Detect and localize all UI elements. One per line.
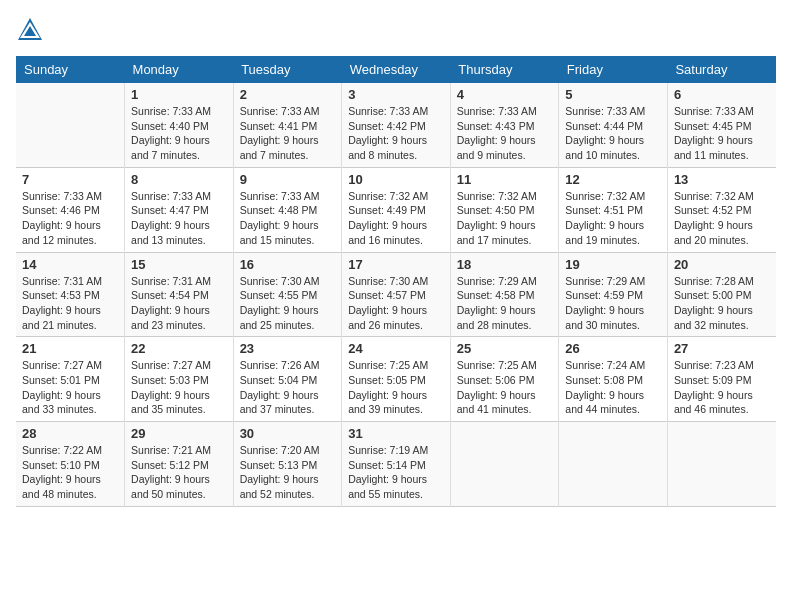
- calendar-cell: 30Sunrise: 7:20 AMSunset: 5:13 PMDayligh…: [233, 422, 342, 507]
- day-detail: Sunrise: 7:25 AMSunset: 5:05 PMDaylight:…: [348, 358, 444, 417]
- day-detail: Sunrise: 7:22 AMSunset: 5:10 PMDaylight:…: [22, 443, 118, 502]
- calendar-cell: 22Sunrise: 7:27 AMSunset: 5:03 PMDayligh…: [125, 337, 234, 422]
- calendar-cell: 5Sunrise: 7:33 AMSunset: 4:44 PMDaylight…: [559, 83, 668, 167]
- day-detail: Sunrise: 7:30 AMSunset: 4:55 PMDaylight:…: [240, 274, 336, 333]
- day-number: 26: [565, 341, 661, 356]
- day-detail: Sunrise: 7:33 AMSunset: 4:48 PMDaylight:…: [240, 189, 336, 248]
- calendar-cell: 1Sunrise: 7:33 AMSunset: 4:40 PMDaylight…: [125, 83, 234, 167]
- day-detail: Sunrise: 7:33 AMSunset: 4:45 PMDaylight:…: [674, 104, 770, 163]
- day-detail: Sunrise: 7:25 AMSunset: 5:06 PMDaylight:…: [457, 358, 553, 417]
- day-number: 21: [22, 341, 118, 356]
- calendar-cell: 9Sunrise: 7:33 AMSunset: 4:48 PMDaylight…: [233, 167, 342, 252]
- calendar-cell: 4Sunrise: 7:33 AMSunset: 4:43 PMDaylight…: [450, 83, 559, 167]
- day-detail: Sunrise: 7:33 AMSunset: 4:44 PMDaylight:…: [565, 104, 661, 163]
- calendar-cell: 11Sunrise: 7:32 AMSunset: 4:50 PMDayligh…: [450, 167, 559, 252]
- day-detail: Sunrise: 7:33 AMSunset: 4:46 PMDaylight:…: [22, 189, 118, 248]
- day-number: 5: [565, 87, 661, 102]
- day-detail: Sunrise: 7:32 AMSunset: 4:52 PMDaylight:…: [674, 189, 770, 248]
- calendar-cell: 26Sunrise: 7:24 AMSunset: 5:08 PMDayligh…: [559, 337, 668, 422]
- calendar-cell: 27Sunrise: 7:23 AMSunset: 5:09 PMDayligh…: [667, 337, 776, 422]
- day-number: 14: [22, 257, 118, 272]
- day-detail: Sunrise: 7:33 AMSunset: 4:40 PMDaylight:…: [131, 104, 227, 163]
- day-number: 28: [22, 426, 118, 441]
- calendar-table: SundayMondayTuesdayWednesdayThursdayFrid…: [16, 56, 776, 507]
- calendar-cell: [450, 422, 559, 507]
- day-number: 22: [131, 341, 227, 356]
- week-row-3: 21Sunrise: 7:27 AMSunset: 5:01 PMDayligh…: [16, 337, 776, 422]
- week-row-4: 28Sunrise: 7:22 AMSunset: 5:10 PMDayligh…: [16, 422, 776, 507]
- day-detail: Sunrise: 7:32 AMSunset: 4:51 PMDaylight:…: [565, 189, 661, 248]
- calendar-cell: 23Sunrise: 7:26 AMSunset: 5:04 PMDayligh…: [233, 337, 342, 422]
- calendar-cell: [667, 422, 776, 507]
- day-number: 11: [457, 172, 553, 187]
- calendar-cell: 8Sunrise: 7:33 AMSunset: 4:47 PMDaylight…: [125, 167, 234, 252]
- day-number: 15: [131, 257, 227, 272]
- day-detail: Sunrise: 7:24 AMSunset: 5:08 PMDaylight:…: [565, 358, 661, 417]
- day-number: 9: [240, 172, 336, 187]
- calendar-cell: 7Sunrise: 7:33 AMSunset: 4:46 PMDaylight…: [16, 167, 125, 252]
- day-detail: Sunrise: 7:33 AMSunset: 4:43 PMDaylight:…: [457, 104, 553, 163]
- day-number: 10: [348, 172, 444, 187]
- day-number: 7: [22, 172, 118, 187]
- day-number: 25: [457, 341, 553, 356]
- day-number: 20: [674, 257, 770, 272]
- week-row-0: 1Sunrise: 7:33 AMSunset: 4:40 PMDaylight…: [16, 83, 776, 167]
- day-number: 3: [348, 87, 444, 102]
- day-number: 12: [565, 172, 661, 187]
- day-number: 13: [674, 172, 770, 187]
- day-number: 18: [457, 257, 553, 272]
- day-number: 2: [240, 87, 336, 102]
- calendar-cell: 3Sunrise: 7:33 AMSunset: 4:42 PMDaylight…: [342, 83, 451, 167]
- day-detail: Sunrise: 7:32 AMSunset: 4:49 PMDaylight:…: [348, 189, 444, 248]
- day-detail: Sunrise: 7:19 AMSunset: 5:14 PMDaylight:…: [348, 443, 444, 502]
- day-number: 23: [240, 341, 336, 356]
- day-detail: Sunrise: 7:31 AMSunset: 4:54 PMDaylight:…: [131, 274, 227, 333]
- week-row-1: 7Sunrise: 7:33 AMSunset: 4:46 PMDaylight…: [16, 167, 776, 252]
- day-number: 24: [348, 341, 444, 356]
- day-number: 31: [348, 426, 444, 441]
- day-detail: Sunrise: 7:26 AMSunset: 5:04 PMDaylight:…: [240, 358, 336, 417]
- calendar-header: SundayMondayTuesdayWednesdayThursdayFrid…: [16, 56, 776, 83]
- calendar-cell: 15Sunrise: 7:31 AMSunset: 4:54 PMDayligh…: [125, 252, 234, 337]
- day-detail: Sunrise: 7:28 AMSunset: 5:00 PMDaylight:…: [674, 274, 770, 333]
- column-header-friday: Friday: [559, 56, 668, 83]
- logo-icon: [16, 16, 44, 44]
- day-detail: Sunrise: 7:33 AMSunset: 4:42 PMDaylight:…: [348, 104, 444, 163]
- calendar-cell: 19Sunrise: 7:29 AMSunset: 4:59 PMDayligh…: [559, 252, 668, 337]
- calendar-cell: 21Sunrise: 7:27 AMSunset: 5:01 PMDayligh…: [16, 337, 125, 422]
- calendar-cell: 14Sunrise: 7:31 AMSunset: 4:53 PMDayligh…: [16, 252, 125, 337]
- calendar-cell: 16Sunrise: 7:30 AMSunset: 4:55 PMDayligh…: [233, 252, 342, 337]
- column-header-saturday: Saturday: [667, 56, 776, 83]
- day-detail: Sunrise: 7:27 AMSunset: 5:01 PMDaylight:…: [22, 358, 118, 417]
- week-row-2: 14Sunrise: 7:31 AMSunset: 4:53 PMDayligh…: [16, 252, 776, 337]
- calendar-cell: 2Sunrise: 7:33 AMSunset: 4:41 PMDaylight…: [233, 83, 342, 167]
- calendar-cell: 12Sunrise: 7:32 AMSunset: 4:51 PMDayligh…: [559, 167, 668, 252]
- calendar-cell: 25Sunrise: 7:25 AMSunset: 5:06 PMDayligh…: [450, 337, 559, 422]
- calendar-cell: [559, 422, 668, 507]
- day-number: 6: [674, 87, 770, 102]
- calendar-cell: 28Sunrise: 7:22 AMSunset: 5:10 PMDayligh…: [16, 422, 125, 507]
- day-number: 19: [565, 257, 661, 272]
- column-header-sunday: Sunday: [16, 56, 125, 83]
- day-detail: Sunrise: 7:33 AMSunset: 4:41 PMDaylight:…: [240, 104, 336, 163]
- calendar-cell: 10Sunrise: 7:32 AMSunset: 4:49 PMDayligh…: [342, 167, 451, 252]
- calendar-cell: 24Sunrise: 7:25 AMSunset: 5:05 PMDayligh…: [342, 337, 451, 422]
- calendar-cell: 20Sunrise: 7:28 AMSunset: 5:00 PMDayligh…: [667, 252, 776, 337]
- calendar-cell: [16, 83, 125, 167]
- header-row: SundayMondayTuesdayWednesdayThursdayFrid…: [16, 56, 776, 83]
- day-number: 16: [240, 257, 336, 272]
- day-number: 1: [131, 87, 227, 102]
- day-detail: Sunrise: 7:31 AMSunset: 4:53 PMDaylight:…: [22, 274, 118, 333]
- calendar-cell: 18Sunrise: 7:29 AMSunset: 4:58 PMDayligh…: [450, 252, 559, 337]
- day-number: 27: [674, 341, 770, 356]
- day-detail: Sunrise: 7:23 AMSunset: 5:09 PMDaylight:…: [674, 358, 770, 417]
- calendar-cell: 31Sunrise: 7:19 AMSunset: 5:14 PMDayligh…: [342, 422, 451, 507]
- calendar-body: 1Sunrise: 7:33 AMSunset: 4:40 PMDaylight…: [16, 83, 776, 506]
- day-detail: Sunrise: 7:29 AMSunset: 4:59 PMDaylight:…: [565, 274, 661, 333]
- calendar-cell: 13Sunrise: 7:32 AMSunset: 4:52 PMDayligh…: [667, 167, 776, 252]
- column-header-tuesday: Tuesday: [233, 56, 342, 83]
- day-number: 4: [457, 87, 553, 102]
- day-detail: Sunrise: 7:21 AMSunset: 5:12 PMDaylight:…: [131, 443, 227, 502]
- day-detail: Sunrise: 7:20 AMSunset: 5:13 PMDaylight:…: [240, 443, 336, 502]
- column-header-monday: Monday: [125, 56, 234, 83]
